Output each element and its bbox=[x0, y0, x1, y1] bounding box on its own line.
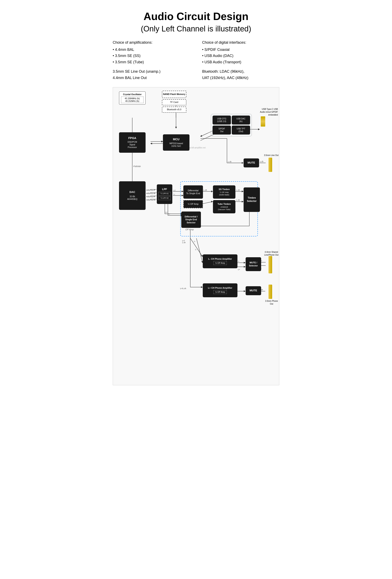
mute-sel-block: MUTE / Selector bbox=[246, 257, 261, 271]
intro-left-title: Choice of amplifications: bbox=[113, 39, 190, 46]
svg-text:L ch: L ch bbox=[182, 241, 186, 243]
bluetooth-block: Bluetooth v5.0 bbox=[162, 107, 186, 113]
dac-block: DAC 32-Bit AK4493EQ bbox=[119, 181, 146, 210]
lch-phone-amp-sub: ½ OP Amp bbox=[213, 261, 227, 265]
svg-text:L ch: L ch bbox=[236, 189, 240, 191]
aout-l2p: AOUTL2-P bbox=[146, 196, 155, 198]
svg-text:L ch: L ch bbox=[228, 160, 232, 162]
tfcard-label: TF Card bbox=[170, 101, 178, 103]
page-title: Audio Circuit Design bbox=[113, 10, 279, 22]
svg-text:L-: L- bbox=[195, 248, 197, 250]
half-op-amp-block: ½ OP Amp bbox=[183, 200, 203, 208]
lplus-phone-amp-block: L+ CH Phone Amplifier ½ OP Amp bbox=[203, 283, 237, 297]
svg-text:L+/: L+/ bbox=[182, 240, 185, 242]
mcu-block: MCU MIPS32-based 1GHz SoC bbox=[163, 134, 189, 151]
crystal-freq1: 45.1584MHz (fs) bbox=[122, 97, 143, 100]
svg-line-42 bbox=[190, 238, 203, 257]
out-35-phone-label: 3.5mm Phone Out bbox=[264, 300, 279, 305]
tube-timbre-sub: JAN6418 (Vacuum Tube) bbox=[218, 206, 231, 211]
intro-right-title: Choice of digital interfaces: bbox=[202, 39, 279, 46]
usb-tpt-label: USB TPT (Out) bbox=[237, 127, 245, 133]
plug-35-lineout bbox=[268, 158, 272, 173]
svg-text:L-: L- bbox=[173, 193, 175, 195]
intro-right-item-3: USB Audio (Transport) bbox=[202, 59, 279, 65]
tube-timbre-label: Tube Timbre bbox=[218, 203, 231, 205]
mute-35-phone-label: MUTE bbox=[250, 289, 257, 292]
crystal-oscillator-block: Crystal Oscillator 45.1584MHz (fs) 49.15… bbox=[119, 91, 146, 105]
intro-left-extra-2: 4.4mm BAL Line Out bbox=[113, 75, 190, 81]
usb-typec-label: USB Type-C USB Audio in/out S/PDIF embed… bbox=[259, 108, 278, 116]
timbre-sel-label: Timbre Selector bbox=[247, 196, 256, 203]
lineout-35-label: 3.5mm Line Out bbox=[264, 154, 278, 157]
intro-right-item-1: S/PDIF Coaxial bbox=[202, 47, 279, 53]
intro-right-list: S/PDIF Coaxial USB Audio (DAC) USB Audio… bbox=[202, 47, 279, 65]
aout-l1p: AOUTL1-P bbox=[146, 189, 155, 191]
lpf-label: LPF bbox=[162, 188, 167, 191]
intro-left-extra-1: 3.5mm SE Line Out (unamp.) bbox=[113, 69, 190, 75]
usb-otg-label: USB OTG (USB 2.0) bbox=[217, 117, 226, 123]
fpga-block: FPGA DSD/PCM Signal Processor bbox=[119, 132, 146, 153]
half-op-amp-label: ½ OP Amp bbox=[188, 203, 199, 205]
plug-35-phone bbox=[268, 285, 272, 300]
aout-l2n: AOUTL2-N bbox=[146, 199, 155, 201]
aout-l1n: AOUTL1-N bbox=[146, 192, 155, 194]
lch-phone-amp-label: L- CH Phone Amplifier bbox=[208, 257, 232, 260]
intro-right-extra-1: Bluetooth: LDAC (96kHz), bbox=[202, 69, 279, 75]
dac-label: DAC bbox=[129, 191, 135, 194]
mcu-label: MCU bbox=[173, 137, 179, 141]
svg-text:L+: L+ bbox=[173, 189, 176, 191]
crystal-freq2: 49.152MHz (fs) bbox=[122, 100, 143, 102]
diff-to-se-label: Differential To Single End bbox=[186, 189, 200, 195]
intro-section: Choice of amplifications: 4.4mm BAL 3.5m… bbox=[113, 39, 279, 81]
page-subtitle: (Only Left Channel is illustrated) bbox=[113, 24, 279, 33]
ss-timbre-block: SS Timbre ½ OP Amp (Solid State) bbox=[213, 185, 235, 199]
diff-sel-label: Differential / Single End Selector bbox=[185, 215, 198, 224]
usb-dac-block: USB DAC (In) bbox=[232, 116, 250, 125]
svg-text:I²S/DSD: I²S/DSD bbox=[133, 165, 141, 167]
spdif-out-block: S/PDIF Out bbox=[213, 126, 231, 135]
mute-35-label: MUTE bbox=[248, 161, 255, 164]
fpga-sub: DSD/PCM Signal Processor bbox=[128, 141, 137, 149]
svg-text:L-: L- bbox=[168, 213, 170, 215]
diff-to-se-block: Differential To Single End bbox=[183, 185, 203, 199]
svg-text:L ch: L ch bbox=[260, 160, 263, 162]
timbre-selector-block: Timbre Selector bbox=[243, 187, 260, 212]
dac-sub: 32-Bit AK4493EQ bbox=[127, 195, 137, 201]
lpf-block: LPF ½ LPF-01 ½ LPF 02 bbox=[157, 184, 172, 204]
svg-text:L-: L- bbox=[238, 260, 239, 262]
plug-44-shared bbox=[268, 256, 272, 274]
nand-label: NAND Flash Memory bbox=[163, 93, 185, 96]
ss-timbre-label: SS Timbre bbox=[219, 188, 230, 191]
svg-text:L+: L+ bbox=[238, 268, 240, 270]
crystal-label: Crystal Oscillator bbox=[123, 93, 142, 96]
svg-text:L ch: L ch bbox=[236, 199, 240, 201]
usb-connector bbox=[261, 116, 265, 127]
ss-timbre-sub: ½ OP Amp (Solid State) bbox=[219, 191, 229, 196]
lplus-phone-amp-sub: ½ OP Amp bbox=[213, 290, 227, 294]
intro-right-item-2: USB Audio (DAC) bbox=[202, 53, 279, 59]
svg-line-46 bbox=[196, 238, 203, 263]
mute-35-phone-block: MUTE bbox=[246, 286, 261, 295]
svg-text:L-: L- bbox=[194, 240, 196, 242]
intro-right: Choice of digital interfaces: S/PDIF Coa… bbox=[202, 39, 279, 81]
fpga-label: FPGA bbox=[128, 136, 136, 140]
mcu-sub: MIPS32-based 1GHz SoC bbox=[169, 142, 183, 147]
tfcard-block: TF Card bbox=[162, 99, 186, 105]
intro-left: Choice of amplifications: 4.4mm BAL 3.5m… bbox=[113, 39, 190, 81]
usb-dac-label: USB DAC (In) bbox=[236, 117, 245, 123]
intro-left-item-1: 4.4mm BAL bbox=[113, 47, 190, 53]
mute-sel-label: MUTE / Selector bbox=[249, 261, 258, 267]
intro-left-list: 4.4mm BAL 3.5mm SE (SS) 3.5mm SE (Tube) bbox=[113, 47, 190, 65]
usb-otg-block: USB OTG (USB 2.0) bbox=[213, 116, 231, 125]
out-44-label: 4.4mm Shared Line/Phone Out bbox=[264, 251, 279, 256]
svg-text:L+: L+ bbox=[165, 211, 167, 213]
usb-tpt-block: USB TPT (Out) bbox=[232, 126, 250, 135]
nand-flash-block: NAND Flash Memory bbox=[162, 91, 186, 98]
intro-right-extra-2: UAT (192kHz), AAC (48kHz) bbox=[202, 75, 279, 81]
lch-phone-amp-block: L- CH Phone Amplifier ½ OP Amp bbox=[203, 254, 237, 268]
intro-left-item-2: 3.5mm SE (SS) bbox=[113, 53, 190, 59]
lpf-sub1: ½ LPF-01 bbox=[158, 192, 171, 196]
svg-text:L+/L ch: L+/L ch bbox=[180, 288, 186, 290]
circuit-diagram: I²S/DSD L+ L- L ch L ch L ch L ch bbox=[113, 87, 279, 385]
spdif-label: S/PDIF Out bbox=[219, 127, 225, 133]
